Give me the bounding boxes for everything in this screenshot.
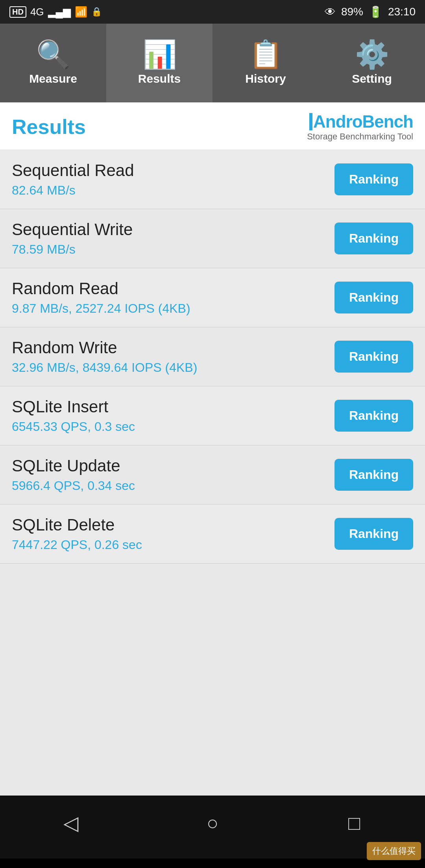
back-button[interactable]: ◁ xyxy=(55,812,87,835)
benchmark-row-sequential-write: Sequential Write 78.59 MB/s Ranking xyxy=(0,209,425,268)
status-bar: HD 4G ▂▄▆ 📶 🔒 👁 89% 🔋 23:10 xyxy=(0,0,425,24)
brand-highlight: Andro xyxy=(313,112,362,131)
tab-measure-label: Measure xyxy=(29,72,77,85)
status-left: HD 4G ▂▄▆ 📶 🔒 xyxy=(9,6,102,18)
tab-results[interactable]: 📊 Results xyxy=(106,24,213,102)
brand-accent xyxy=(309,113,312,130)
benchmark-value-4: 6545.33 QPS, 0.3 sec xyxy=(12,419,334,434)
benchmark-row-random-write: Random Write 32.96 MB/s, 8439.64 IOPS (4… xyxy=(0,327,425,386)
benchmark-row-sequential-read: Sequential Read 82.64 MB/s Ranking xyxy=(0,150,425,209)
benchmark-value-3: 32.96 MB/s, 8439.64 IOPS (4KB) xyxy=(12,360,334,375)
tab-history[interactable]: 📋 History xyxy=(213,24,319,102)
benchmark-value-6: 7447.22 QPS, 0.26 sec xyxy=(12,538,334,552)
bottom-bar: ◁ ○ □ xyxy=(0,796,425,859)
benchmark-row-sqlite-insert: SQLite Insert 6545.33 QPS, 0.3 sec Ranki… xyxy=(0,386,425,445)
benchmark-info-0: Sequential Read 82.64 MB/s xyxy=(12,161,334,198)
watermark: 什么值得买 xyxy=(367,842,421,860)
status-right: 👁 89% 🔋 23:10 xyxy=(325,6,416,19)
tab-setting[interactable]: ⚙️ Setting xyxy=(319,24,425,102)
benchmark-name-6: SQLite Delete xyxy=(12,516,334,534)
benchmark-name-4: SQLite Insert xyxy=(12,397,334,416)
signal-4g: 4G xyxy=(30,6,44,18)
results-icon: 📊 xyxy=(142,41,177,68)
ranking-btn-0[interactable]: Ranking xyxy=(334,163,413,195)
benchmark-value-2: 9.87 MB/s, 2527.24 IOPS (4KB) xyxy=(12,301,334,316)
benchmark-info-4: SQLite Insert 6545.33 QPS, 0.3 sec xyxy=(12,397,334,434)
benchmark-name-5: SQLite Update xyxy=(12,456,334,475)
benchmark-info-2: Random Read 9.87 MB/s, 2527.24 IOPS (4KB… xyxy=(12,279,334,316)
ranking-btn-5[interactable]: Ranking xyxy=(334,459,413,491)
home-button[interactable]: ○ xyxy=(197,812,228,835)
vpn-icon: 🔒 xyxy=(91,7,102,17)
ranking-btn-4[interactable]: Ranking xyxy=(334,400,413,432)
benchmark-list: Sequential Read 82.64 MB/s Ranking Seque… xyxy=(0,150,425,564)
setting-icon: ⚙️ xyxy=(355,41,389,68)
benchmark-value-5: 5966.4 QPS, 0.34 sec xyxy=(12,479,334,493)
eye-icon: 👁 xyxy=(325,6,336,19)
ranking-btn-1[interactable]: Ranking xyxy=(334,223,413,254)
ranking-btn-6[interactable]: Ranking xyxy=(334,518,413,550)
benchmark-name-2: Random Read xyxy=(12,279,334,298)
benchmark-info-3: Random Write 32.96 MB/s, 8439.64 IOPS (4… xyxy=(12,338,334,375)
history-icon: 📋 xyxy=(249,41,283,68)
recent-button[interactable]: □ xyxy=(338,812,370,835)
benchmark-row-sqlite-delete: SQLite Delete 7447.22 QPS, 0.26 sec Rank… xyxy=(0,504,425,564)
brand-tagline: Storage Benchmarking Tool xyxy=(307,132,413,142)
main-content: Results AndroBench Storage Benchmarking … xyxy=(0,102,425,796)
brand-name: AndroBench xyxy=(313,112,413,132)
battery-icon: 🔋 xyxy=(369,6,382,19)
benchmark-row-sqlite-update: SQLite Update 5966.4 QPS, 0.34 sec Ranki… xyxy=(0,445,425,504)
ranking-btn-2[interactable]: Ranking xyxy=(334,282,413,313)
benchmark-value-0: 82.64 MB/s xyxy=(12,183,334,198)
tab-history-label: History xyxy=(245,72,286,85)
benchmark-name-0: Sequential Read xyxy=(12,161,334,180)
wifi-icon: 📶 xyxy=(75,6,87,18)
battery-percent: 89% xyxy=(341,6,363,18)
benchmark-info-5: SQLite Update 5966.4 QPS, 0.34 sec xyxy=(12,456,334,493)
page-title: Results xyxy=(12,115,86,139)
benchmark-info-6: SQLite Delete 7447.22 QPS, 0.26 sec xyxy=(12,516,334,552)
signal-bars: ▂▄▆ xyxy=(48,6,71,18)
benchmark-name-3: Random Write xyxy=(12,338,334,357)
measure-icon: 🔍 xyxy=(36,41,70,68)
benchmark-info-1: Sequential Write 78.59 MB/s xyxy=(12,220,334,257)
tab-results-label: Results xyxy=(138,72,181,85)
hd-badge: HD xyxy=(9,6,26,18)
nav-tabs: 🔍 Measure 📊 Results 📋 History ⚙️ Setting xyxy=(0,24,425,102)
clock: 23:10 xyxy=(388,6,416,18)
tab-setting-label: Setting xyxy=(352,72,392,85)
benchmark-name-1: Sequential Write xyxy=(12,220,334,239)
benchmark-row-random-read: Random Read 9.87 MB/s, 2527.24 IOPS (4KB… xyxy=(0,268,425,327)
tab-measure[interactable]: 🔍 Measure xyxy=(0,24,106,102)
ranking-btn-3[interactable]: Ranking xyxy=(334,341,413,373)
brand-rest: Bench xyxy=(362,112,413,131)
results-header: Results AndroBench Storage Benchmarking … xyxy=(0,102,425,150)
brand-logo: AndroBench Storage Benchmarking Tool xyxy=(307,112,413,142)
benchmark-value-1: 78.59 MB/s xyxy=(12,242,334,257)
